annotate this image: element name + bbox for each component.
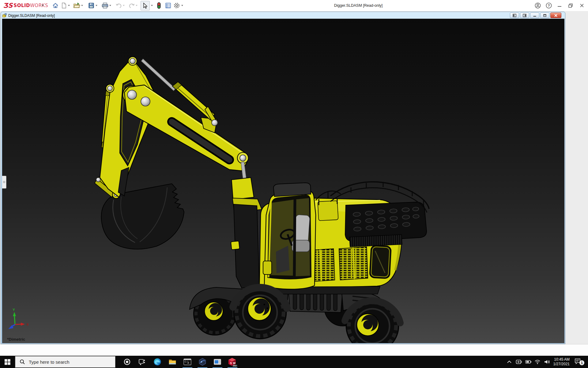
select-caret[interactable] bbox=[151, 4, 153, 7]
file-explorer-button[interactable] bbox=[165, 356, 180, 368]
clock-time: 10:45 AM bbox=[554, 357, 570, 362]
minimize-icon[interactable] bbox=[555, 1, 564, 10]
redo-caret[interactable] bbox=[135, 4, 138, 7]
task-view-button[interactable] bbox=[134, 356, 149, 368]
app-titlebar: ƷS SOLID WORKS ▸ bbox=[0, 0, 588, 11]
action-center-button[interactable]: 1 bbox=[573, 356, 586, 368]
feature-pane-tab[interactable] bbox=[2, 176, 6, 189]
svg-text:C:\: C:\ bbox=[185, 360, 189, 363]
cortana-button[interactable] bbox=[120, 356, 134, 368]
doc-close-button[interactable] bbox=[550, 13, 561, 18]
document-title: Digger.SLDASM [Read-only] bbox=[8, 13, 55, 18]
boom-column bbox=[231, 155, 262, 288]
file-explorer-icon bbox=[168, 358, 176, 366]
rear-window bbox=[369, 245, 391, 278]
undo-caret[interactable] bbox=[123, 4, 125, 7]
redo-icon[interactable] bbox=[128, 2, 136, 10]
tray-wifi-icon[interactable] bbox=[533, 356, 541, 368]
print-icon[interactable] bbox=[101, 2, 109, 10]
file-properties-icon[interactable] bbox=[164, 2, 172, 10]
restore-icon[interactable] bbox=[566, 1, 575, 10]
graphics-viewport[interactable]: Y X *Dimetric bbox=[2, 19, 564, 343]
boom-plate[interactable] bbox=[100, 57, 156, 197]
toggle-pane-2-button[interactable] bbox=[520, 13, 529, 18]
edge-button[interactable] bbox=[150, 356, 165, 368]
command-prompt-icon: C:\ bbox=[183, 358, 191, 366]
search-icon bbox=[20, 359, 25, 365]
doc-restore-button[interactable] bbox=[540, 13, 549, 18]
command-prompt-button[interactable]: C:\ bbox=[180, 356, 195, 368]
cab-step-tank bbox=[263, 261, 272, 274]
tray-battery-icon[interactable] bbox=[524, 356, 532, 368]
svg-text:2021: 2021 bbox=[233, 365, 237, 367]
tray-chevron-up-icon[interactable] bbox=[505, 356, 513, 368]
solidworks-logo: ƷS SOLID WORKS bbox=[3, 2, 48, 10]
task-view-icon bbox=[138, 358, 145, 366]
excavator-model[interactable]: Y X *Dimetric bbox=[2, 19, 564, 343]
orientation-triad: Y X bbox=[8, 308, 29, 329]
print-caret[interactable] bbox=[109, 4, 111, 7]
engine-block bbox=[345, 202, 427, 247]
hexagon-app-icon bbox=[198, 358, 206, 366]
document-titlebar[interactable]: Digger.SLDASM [Read-only] bbox=[2, 13, 564, 18]
doc-minimize-button[interactable] bbox=[530, 13, 539, 18]
search-input[interactable]: Type here to search bbox=[15, 356, 115, 368]
undo-icon[interactable] bbox=[115, 2, 123, 10]
action-center-icon: 1 bbox=[575, 358, 585, 366]
tray-volume-icon[interactable] bbox=[543, 356, 552, 368]
app-title: Digger.SLDASM [Read-only] bbox=[312, 0, 404, 11]
desktop: ƷS SOLID WORKS ▸ bbox=[0, 0, 588, 368]
assembly-icon bbox=[2, 13, 7, 18]
open-caret[interactable] bbox=[81, 4, 83, 7]
new-document-caret[interactable] bbox=[68, 4, 70, 7]
roof-unit bbox=[273, 183, 311, 197]
cortana-icon bbox=[123, 358, 131, 366]
solidworks-app-icon: S W 2021 bbox=[228, 357, 237, 366]
account-icon[interactable] bbox=[533, 1, 542, 10]
help-icon[interactable]: ? bbox=[545, 1, 553, 10]
document-window: Digger.SLDASM [Read-only] bbox=[1, 12, 565, 344]
status-bar bbox=[0, 344, 588, 356]
start-button[interactable] bbox=[0, 356, 15, 368]
cab-pillar bbox=[294, 200, 295, 276]
pane-tab-dot bbox=[3, 181, 5, 183]
options-icon[interactable] bbox=[173, 2, 181, 10]
deck-hatch bbox=[318, 201, 338, 220]
edge-icon bbox=[153, 358, 161, 366]
rebuild-icon[interactable] bbox=[155, 2, 163, 10]
search-placeholder: Type here to search bbox=[29, 359, 70, 365]
cab[interactable] bbox=[263, 183, 316, 289]
tray-clock[interactable]: 10:45 AM 1/27/2021 bbox=[553, 356, 572, 368]
svg-text:S: S bbox=[230, 362, 232, 365]
svg-text:W: W bbox=[233, 362, 236, 365]
notification-badge: 1 bbox=[581, 361, 583, 365]
taskbar: Type here to search C:\ bbox=[0, 356, 588, 368]
open-icon[interactable] bbox=[73, 2, 81, 10]
home-icon[interactable] bbox=[51, 2, 59, 10]
menu-flyout-arrow[interactable]: ▸ bbox=[42, 3, 44, 7]
save-icon[interactable] bbox=[87, 2, 95, 10]
solidworks-taskbar-button[interactable]: S W 2021 bbox=[225, 356, 240, 368]
toggle-pane-1-button[interactable] bbox=[510, 13, 519, 18]
viewer-app-button[interactable] bbox=[210, 356, 225, 368]
clock-date: 1/27/2021 bbox=[553, 362, 570, 366]
save-caret[interactable] bbox=[95, 4, 98, 7]
brand-glyph: ƷS bbox=[3, 2, 13, 9]
triad-y-label: Y bbox=[13, 308, 15, 312]
new-document-icon[interactable] bbox=[60, 2, 68, 10]
hexagon-app-button[interactable] bbox=[195, 356, 210, 368]
mdi-area: Digger.SLDASM [Read-only] bbox=[0, 11, 588, 344]
close-icon[interactable] bbox=[578, 1, 586, 10]
triad-x-label: X bbox=[26, 323, 29, 326]
options-caret[interactable] bbox=[181, 4, 183, 7]
tray-cast-icon[interactable] bbox=[515, 356, 523, 368]
svg-text:?: ? bbox=[548, 4, 550, 7]
select-icon[interactable] bbox=[141, 2, 149, 10]
view-orientation-label: *Dimetric bbox=[7, 337, 25, 342]
viewer-app-icon bbox=[213, 358, 221, 366]
